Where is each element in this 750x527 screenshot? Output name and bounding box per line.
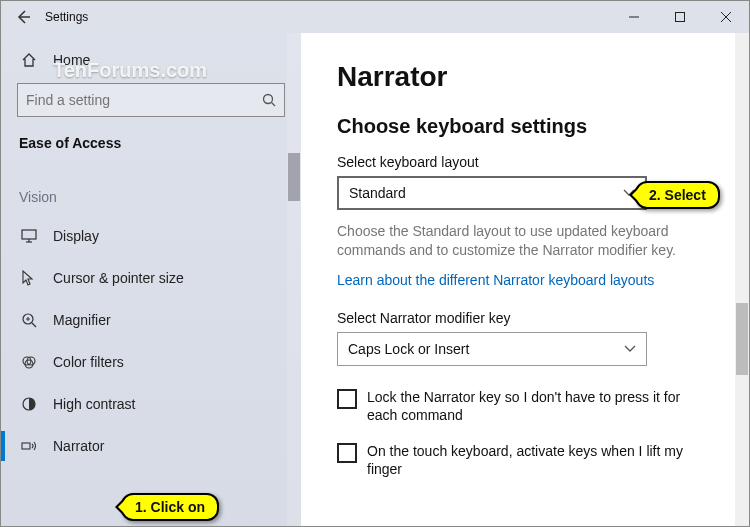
sidebar-item-display[interactable]: Display bbox=[17, 215, 285, 257]
sidebar-item-label: Narrator bbox=[53, 438, 104, 454]
window-title: Settings bbox=[45, 10, 611, 24]
sidebar-item-label: Display bbox=[53, 228, 99, 244]
touch-keyboard-checkbox[interactable]: On the touch keyboard, activate keys whe… bbox=[337, 442, 713, 478]
sidebar-item-label: Color filters bbox=[53, 354, 124, 370]
scrollbar-thumb[interactable] bbox=[288, 153, 300, 201]
sidebar-item-high-contrast[interactable]: High contrast bbox=[17, 383, 285, 425]
main-scrollbar[interactable] bbox=[735, 33, 749, 526]
narrator-icon bbox=[21, 439, 39, 453]
checkbox-box[interactable] bbox=[337, 443, 357, 463]
search-icon bbox=[262, 93, 276, 107]
home-label: Home bbox=[53, 52, 90, 68]
sidebar-item-color-filters[interactable]: Color filters bbox=[17, 341, 285, 383]
page-title: Narrator bbox=[337, 61, 713, 93]
modifier-value: Caps Lock or Insert bbox=[348, 341, 469, 357]
high-contrast-icon bbox=[21, 396, 39, 412]
close-button[interactable] bbox=[703, 1, 749, 33]
section-header: Ease of Access bbox=[17, 129, 285, 171]
svg-line-12 bbox=[32, 323, 36, 327]
svg-rect-6 bbox=[22, 230, 36, 239]
annotation-click: 1. Click on bbox=[121, 493, 219, 521]
sidebar-item-cursor[interactable]: Cursor & pointer size bbox=[17, 257, 285, 299]
home-icon bbox=[21, 52, 39, 68]
checkbox-label: On the touch keyboard, activate keys whe… bbox=[367, 442, 713, 478]
sidebar-item-label: Cursor & pointer size bbox=[53, 270, 184, 286]
search-input[interactable] bbox=[26, 92, 262, 108]
svg-rect-17 bbox=[22, 443, 30, 449]
sidebar-item-label: High contrast bbox=[53, 396, 135, 412]
scrollbar-thumb[interactable] bbox=[736, 303, 748, 375]
sidebar-scrollbar[interactable] bbox=[287, 33, 301, 526]
checkbox-box[interactable] bbox=[337, 389, 357, 409]
checkbox-label: Lock the Narrator key so I don't have to… bbox=[367, 388, 713, 424]
learn-link[interactable]: Learn about the different Narrator keybo… bbox=[337, 272, 713, 288]
svg-line-5 bbox=[272, 103, 276, 107]
sidebar-item-label: Magnifier bbox=[53, 312, 111, 328]
svg-point-4 bbox=[264, 95, 273, 104]
home-nav[interactable]: Home bbox=[17, 41, 285, 79]
layout-label: Select keyboard layout bbox=[337, 154, 713, 170]
layout-description: Choose the Standard layout to use update… bbox=[337, 222, 707, 260]
display-icon bbox=[21, 229, 39, 243]
layout-value: Standard bbox=[349, 185, 406, 201]
modifier-select[interactable]: Caps Lock or Insert bbox=[337, 332, 647, 366]
cursor-icon bbox=[21, 270, 39, 286]
minimize-button[interactable] bbox=[611, 1, 657, 33]
magnifier-icon bbox=[21, 312, 39, 328]
section-title: Choose keyboard settings bbox=[337, 115, 713, 138]
layout-select[interactable]: Standard bbox=[337, 176, 647, 210]
back-button[interactable] bbox=[1, 1, 45, 33]
chevron-down-icon bbox=[624, 345, 636, 353]
annotation-select: 2. Select bbox=[635, 181, 720, 209]
maximize-button[interactable] bbox=[657, 1, 703, 33]
main-panel: Narrator Choose keyboard settings Select… bbox=[301, 33, 749, 526]
color-filters-icon bbox=[21, 354, 39, 370]
arrow-left-icon bbox=[15, 9, 31, 25]
group-label-vision: Vision bbox=[17, 171, 285, 215]
sidebar: Home Ease of Access Vision Display Curso… bbox=[1, 33, 301, 526]
modifier-label: Select Narrator modifier key bbox=[337, 310, 713, 326]
lock-narrator-checkbox[interactable]: Lock the Narrator key so I don't have to… bbox=[337, 388, 713, 424]
titlebar: Settings bbox=[1, 1, 749, 33]
sidebar-item-narrator[interactable]: Narrator bbox=[17, 425, 285, 467]
svg-rect-1 bbox=[676, 13, 685, 22]
search-box[interactable] bbox=[17, 83, 285, 117]
sidebar-item-magnifier[interactable]: Magnifier bbox=[17, 299, 285, 341]
